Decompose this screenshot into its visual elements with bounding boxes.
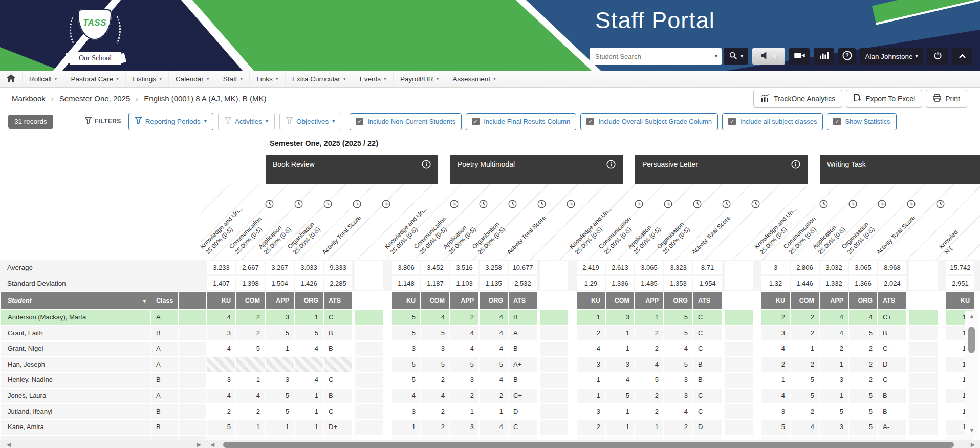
filter-checkbox-include-final-results-column[interactable]: ✓Include Final Results Column — [466, 113, 576, 130]
collapse-header-button[interactable] — [952, 48, 972, 65]
score-cell[interactable]: 4 — [450, 342, 478, 356]
score-cell[interactable]: A- — [878, 420, 906, 435]
score-cell[interactable]: C — [693, 389, 722, 403]
help-button[interactable]: ? — [838, 48, 856, 65]
score-cell[interactable]: 1 — [606, 420, 634, 435]
score-cell[interactable]: B — [878, 404, 906, 419]
score-cell[interactable]: 2 — [577, 326, 605, 341]
score-cell[interactable]: 5 — [635, 373, 663, 388]
score-cell[interactable]: 3 — [761, 326, 790, 341]
filter-checkbox-include-non-current-students[interactable]: ✓Include Non-Current Students — [350, 113, 462, 130]
score-cell[interactable]: 4 — [392, 389, 420, 403]
vertical-scrollbar[interactable]: ▲▼ — [965, 311, 978, 436]
score-cell[interactable]: 2 — [849, 342, 877, 356]
score-cell[interactable]: D+ — [324, 420, 352, 435]
score-cell[interactable]: 4 — [761, 389, 790, 403]
nav-item-pastoral-care[interactable]: Pastoral Care▾ — [64, 71, 126, 87]
score-cell[interactable]: 4 — [480, 310, 508, 325]
clock-icon[interactable] — [936, 200, 945, 208]
score-cell[interactable]: 2 — [635, 326, 663, 341]
nav-item-links[interactable]: Links▾ — [250, 71, 286, 87]
score-cell[interactable]: B — [324, 342, 352, 356]
breadcrumb-item[interactable]: English (0001) 8 A (AJ, MK), B (MK) — [144, 94, 266, 103]
info-icon[interactable] — [791, 160, 800, 169]
scroll-up-arrow[interactable]: ▲ — [965, 313, 978, 319]
score-cell[interactable]: 1 — [266, 420, 294, 435]
score-cell[interactable]: 3 — [664, 389, 692, 403]
score-cell[interactable]: 1 — [791, 342, 819, 356]
user-menu-button[interactable]: Alan Johnstone ▾ — [860, 48, 923, 65]
score-cell[interactable]: 2 — [761, 357, 790, 372]
score-cell[interactable]: 5 — [480, 357, 508, 372]
score-cell[interactable]: 5 — [392, 357, 420, 372]
score-cell[interactable]: 1 — [295, 420, 323, 435]
nav-item-events[interactable]: Events▾ — [353, 71, 394, 87]
score-cell[interactable]: 1 — [236, 373, 265, 388]
score-cell[interactable]: 1 — [606, 342, 634, 356]
score-cell[interactable]: 3 — [577, 404, 605, 419]
score-cell[interactable]: 3 — [392, 342, 420, 356]
score-cell[interactable]: C — [693, 310, 722, 325]
score-cell[interactable]: 3 — [266, 310, 294, 325]
score-cell[interactable]: 5 — [392, 373, 420, 388]
score-cell[interactable]: 3 — [392, 404, 420, 419]
clock-icon[interactable] — [382, 200, 390, 208]
score-cell[interactable]: 2 — [635, 389, 663, 403]
score-cell[interactable]: 5 — [791, 389, 819, 403]
score-cell[interactable]: 4 — [664, 404, 692, 419]
score-cell[interactable]: 4 — [207, 342, 235, 356]
breadcrumb-item[interactable]: Semester One, 2025 — [59, 94, 130, 103]
score-cell[interactable]: 2 — [849, 357, 877, 372]
score-cell[interactable]: 4 — [577, 342, 605, 356]
score-cell[interactable]: B — [693, 357, 722, 372]
score-cell[interactable]: A+ — [509, 357, 537, 372]
score-cell[interactable]: 2 — [635, 404, 663, 419]
score-cell[interactable]: 4 — [480, 326, 508, 341]
score-cell[interactable]: B — [509, 310, 537, 325]
score-cell[interactable]: B- — [693, 373, 722, 388]
score-cell[interactable]: D — [878, 357, 906, 372]
score-cell[interactable]: 2 — [791, 310, 819, 325]
score-cell[interactable]: 1 — [635, 420, 663, 435]
score-cell[interactable]: 2 — [450, 389, 478, 403]
score-cell[interactable]: 5 — [450, 357, 478, 372]
score-cell[interactable]: 2 — [480, 389, 508, 403]
score-cell[interactable]: 4 — [450, 326, 478, 341]
score-cell[interactable]: 4 — [207, 310, 235, 325]
score-cell[interactable]: B — [324, 326, 352, 341]
score-cell[interactable]: 2 — [577, 420, 605, 435]
trackone-analytics-button[interactable]: TrackOne Analytics — [753, 90, 842, 108]
score-cell[interactable]: 2 — [421, 404, 449, 419]
horizontal-scroll-thumb[interactable] — [223, 442, 954, 448]
score-cell[interactable]: 2 — [236, 326, 265, 341]
main-scroll-left-arrow[interactable]: ◀ — [209, 441, 216, 448]
score-cell[interactable]: 1 — [295, 310, 323, 325]
score-cell[interactable]: 2 — [791, 404, 819, 419]
score-cell[interactable]: B — [324, 389, 352, 403]
score-cell[interactable]: 4 — [421, 389, 449, 403]
score-cell[interactable]: 4 — [820, 310, 848, 325]
score-cell[interactable]: 4 — [207, 389, 235, 403]
score-cell[interactable]: 2 — [664, 420, 692, 435]
score-cell[interactable]: 2 — [761, 310, 790, 325]
score-cell[interactable]: 4 — [236, 389, 265, 403]
score-cell[interactable]: 5 — [266, 326, 294, 341]
nav-item-extra-curricular[interactable]: Extra Curricular▾ — [286, 71, 353, 87]
print-button[interactable]: Print — [926, 90, 967, 108]
filter-checkbox-include-overall-subject-grade-column[interactable]: ✓Include Overall Subject Grade Column — [580, 113, 718, 130]
announcements-button[interactable]: 0 — [752, 48, 785, 65]
score-cell[interactable]: 4 — [664, 342, 692, 356]
score-cell[interactable]: 3 — [207, 326, 235, 341]
score-cell[interactable]: 1 — [577, 373, 605, 388]
score-cell[interactable]: 5 — [664, 326, 692, 341]
score-cell[interactable]: 4 — [295, 373, 323, 388]
score-cell[interactable]: 5 — [606, 389, 634, 403]
score-cell[interactable]: 3 — [820, 373, 848, 388]
score-cell[interactable]: 5 — [820, 404, 848, 419]
info-icon[interactable] — [422, 160, 431, 169]
score-cell[interactable]: 3 — [207, 373, 235, 388]
score-cell[interactable]: 1 — [295, 389, 323, 403]
score-cell[interactable]: 1 — [392, 420, 420, 435]
search-select-caret-icon[interactable]: ▾ — [714, 53, 717, 59]
nav-item-staff[interactable]: Staff▾ — [216, 71, 250, 87]
